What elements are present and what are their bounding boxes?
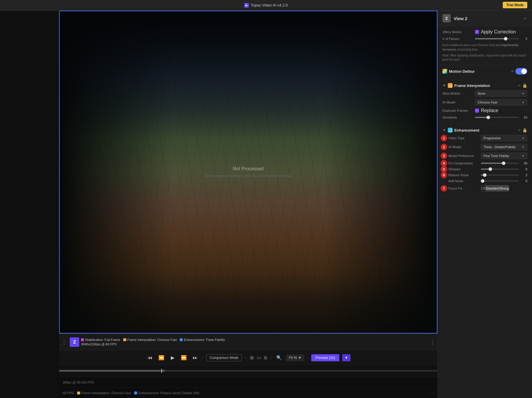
motion-deblur-ai-badge: AI bbox=[511, 70, 514, 73]
sharpen-control: 9 bbox=[481, 167, 527, 171]
not-processed-overlay: Not Processed To preview your settings, … bbox=[204, 166, 293, 178]
timeline[interactable] bbox=[59, 365, 437, 377]
video-type-row: 1 Video Type Progressive ▼ bbox=[448, 135, 527, 141]
sensitivity-track[interactable] bbox=[475, 117, 519, 118]
clip-details: Stabilization: Full-Frame Frame Interpol… bbox=[81, 338, 428, 346]
zoom-icon-button[interactable]: 🔍 bbox=[275, 355, 283, 361]
comparison-mode-button[interactable]: Comparison Mode bbox=[206, 354, 242, 361]
fix-compression-label: Fix Compression bbox=[448, 161, 481, 165]
frame-interpolation-header[interactable]: ▼ Frame Interpolation AI 🔒 bbox=[442, 83, 527, 88]
reduce-noise-label: Reduce Noise bbox=[448, 173, 481, 177]
enh-tag-label: Enhancement: Theia Fidelity bbox=[184, 338, 225, 342]
enhancement-header[interactable]: ▼ Enhancement AI 🔒 bbox=[442, 128, 527, 132]
center-column: Not Processed To preview your settings, … bbox=[59, 11, 437, 398]
focus-fix-row: 7 Focus Fix Off Standard Strong bbox=[448, 185, 527, 192]
jittery-motion-control: Apply Correction bbox=[475, 29, 527, 35]
sharpen-thumb[interactable] bbox=[489, 167, 492, 171]
sensitivity-thumb[interactable] bbox=[486, 116, 490, 119]
motion-deblur-toggle[interactable] bbox=[515, 68, 527, 75]
duplicate-frames-checkbox[interactable] bbox=[475, 109, 479, 113]
timeline-playhead[interactable] bbox=[161, 369, 162, 373]
duplicate-frames-control: Replace bbox=[475, 108, 527, 113]
view-title: View 2 bbox=[454, 16, 520, 21]
step-back-button[interactable]: ⏪ bbox=[157, 354, 166, 362]
fix-compression-thumb[interactable] bbox=[502, 161, 505, 165]
focus-fix-strong-button[interactable]: Strong bbox=[499, 185, 509, 191]
fix-compression-value: 39 bbox=[521, 161, 527, 165]
view-mode-group: ⊞ ▭ ⧉ bbox=[249, 355, 268, 361]
frame-interpolation-section: ▼ Frame Interpolation AI 🔒 Slow Motion N… bbox=[438, 80, 532, 125]
jittery-motion-row: Jittery Motion Apply Correction bbox=[442, 29, 527, 35]
enh-lock-icon: 🔒 bbox=[522, 128, 527, 132]
duplicate-frames-value: Replace bbox=[481, 108, 498, 113]
trial-mode-button[interactable]: Trial Mode bbox=[503, 2, 527, 8]
clip-menu-dots[interactable]: ⋮ bbox=[61, 339, 67, 345]
video-type-value: Progressive bbox=[484, 136, 501, 140]
motion-deblur-icon bbox=[442, 69, 447, 74]
add-noise-track[interactable] bbox=[481, 180, 519, 182]
clip-number: 2 bbox=[70, 337, 79, 347]
play-button[interactable]: ▶ bbox=[168, 354, 177, 362]
clip-options-btn[interactable]: ⋮ bbox=[430, 339, 435, 345]
apply-correction-checkbox[interactable] bbox=[475, 30, 479, 34]
video-type-label: Video Type bbox=[448, 136, 481, 140]
view-split-h-button[interactable]: ▭ bbox=[256, 355, 262, 361]
preview-button[interactable]: Preview (2s) bbox=[311, 354, 339, 361]
stab-tag-label: Stabilization: Full-Frame bbox=[85, 338, 120, 342]
app-title-area: ▶ Topaz Video AI v4.2.0 bbox=[244, 3, 288, 8]
fix-compression-fill bbox=[481, 163, 504, 164]
slow-motion-dropdown[interactable]: None ▼ bbox=[475, 90, 527, 97]
passes-thumb[interactable] bbox=[504, 37, 507, 41]
sharpen-track[interactable] bbox=[481, 169, 519, 170]
add-noise-label: Add Noise bbox=[448, 179, 481, 183]
fix-compression-track[interactable] bbox=[481, 163, 519, 164]
transport-bar: ⏮ ⏪ ▶ ⏩ ⏭ ● Comparison Mode ● ⊞ ▭ ⧉ ● 🔍 … bbox=[59, 350, 437, 365]
sensitivity-label: Sensitivity bbox=[442, 116, 475, 119]
skip-to-start-button[interactable]: ⏮ bbox=[146, 354, 154, 362]
timeline-track bbox=[59, 370, 437, 372]
reduce-noise-thumb[interactable] bbox=[483, 173, 486, 177]
status-fps-2: 60 FPS bbox=[63, 391, 74, 395]
model-pref-value: Fine Tune Fidelity bbox=[484, 154, 509, 158]
passes-control: 2 bbox=[475, 37, 527, 41]
right-panel: 2 View 2 ↔ Jittery Motion Apply Correcti… bbox=[437, 11, 532, 398]
video-type-control: Progressive ▼ bbox=[481, 135, 527, 141]
add-noise-row: Add Noise 0 bbox=[448, 179, 527, 183]
step-forward-button[interactable]: ⏩ bbox=[180, 354, 188, 362]
video-main: Not Processed To preview your settings, … bbox=[59, 11, 437, 334]
not-processed-title: Not Processed bbox=[204, 166, 293, 172]
status-fps-1: 280px @ 30.034 FPS bbox=[63, 381, 94, 384]
skip-to-end-button[interactable]: ⏭ bbox=[191, 354, 199, 362]
enh-model-chevron: ▼ bbox=[522, 145, 525, 149]
view-split-v-button[interactable]: ⊞ bbox=[249, 355, 255, 361]
step-5-badge: 5 bbox=[441, 166, 447, 172]
fix-compression-row: 4 Fix Compression 39 bbox=[448, 161, 527, 165]
expand-icon[interactable]: ↔ bbox=[523, 16, 527, 21]
preview-dropdown-button[interactable]: ▼ bbox=[342, 354, 351, 361]
add-noise-thumb[interactable] bbox=[481, 179, 484, 183]
status-options-btn[interactable]: ⋯ bbox=[431, 391, 434, 395]
reduce-noise-track[interactable] bbox=[481, 174, 519, 176]
sensitivity-control: 10 bbox=[475, 116, 527, 119]
interp-tag: Frame Interpolation: Chronos Fast bbox=[123, 338, 177, 342]
step-4-badge: 4 bbox=[441, 160, 447, 166]
status-enh-label: Enhancement: Proteus (Auto) Details 20% bbox=[138, 391, 200, 395]
motion-deblur-title: Motion Deblur bbox=[449, 69, 509, 74]
apply-correction-label: Apply Correction bbox=[481, 29, 516, 35]
fi-ai-model-dropdown[interactable]: Chronos Fast ▼ bbox=[475, 99, 527, 106]
focus-fix-standard-button[interactable]: Standard bbox=[486, 185, 499, 191]
model-pref-dropdown[interactable]: Fine Tune Fidelity ▼ bbox=[481, 153, 527, 159]
clip-tags: Stabilization: Full-Frame Frame Interpol… bbox=[81, 338, 428, 342]
separator-3: ● bbox=[271, 357, 273, 359]
view-overlay-button[interactable]: ⧉ bbox=[263, 355, 268, 361]
focus-fix-off-button[interactable]: Off bbox=[481, 185, 486, 191]
video-type-dropdown[interactable]: Progressive ▼ bbox=[481, 135, 527, 141]
step-6-badge: 6 bbox=[441, 172, 447, 178]
fi-icon bbox=[448, 83, 452, 88]
enh-ai-model-dropdown[interactable]: Theia - Details/Fidelity ▼ bbox=[481, 144, 527, 150]
enh-title: Enhancement bbox=[454, 128, 516, 132]
not-processed-hint: To preview your settings, click the Prev… bbox=[204, 174, 293, 178]
slow-motion-chevron: ▼ bbox=[522, 92, 525, 95]
passes-track[interactable] bbox=[475, 38, 519, 39]
zoom-control[interactable]: Fit % ▼ bbox=[286, 355, 304, 361]
